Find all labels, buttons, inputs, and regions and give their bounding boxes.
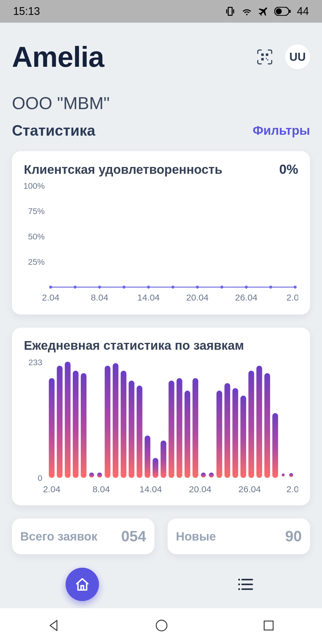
svg-point-19: [147, 286, 150, 289]
satisfaction-value: 0%: [279, 162, 298, 177]
summary-total-value: 054: [121, 528, 146, 545]
svg-rect-0: [228, 7, 232, 16]
sys-back-button[interactable]: [47, 618, 61, 634]
satisfaction-card[interactable]: Клиентская удовлетворенность 0% 25%50%75…: [12, 151, 310, 315]
svg-point-21: [196, 286, 199, 289]
satisfaction-chart: 25%50%75%100%2.048.0414.0420.0426.042.05: [24, 180, 298, 305]
daily-stats-card[interactable]: Ежедневная статистика по заявкам 23302.0…: [12, 328, 310, 505]
system-nav-bar: [0, 608, 322, 644]
summary-new-card[interactable]: Новые 90: [168, 518, 310, 554]
square-recent-icon: [262, 619, 275, 632]
svg-point-15: [49, 286, 52, 289]
svg-point-37: [209, 473, 214, 478]
summary-total-label: Всего заявок: [20, 529, 97, 544]
svg-rect-6: [261, 53, 264, 56]
satisfaction-title: Клиентская удовлетворенность: [24, 162, 222, 177]
svg-text:2.05: 2.05: [287, 484, 298, 494]
vibrate-icon: [224, 5, 236, 17]
daily-stats-title: Ежедневная статистика по заявкам: [24, 338, 244, 353]
airplane-icon: [258, 5, 270, 17]
svg-text:8.04: 8.04: [91, 292, 108, 302]
qr-scan-button[interactable]: [255, 47, 274, 66]
svg-text:2.04: 2.04: [42, 292, 59, 302]
daily-stats-chart: 23302.048.0414.0420.0426.042.05: [24, 356, 298, 496]
svg-text:100%: 100%: [24, 181, 45, 191]
svg-point-20: [171, 286, 174, 289]
header-actions: UU: [255, 44, 310, 69]
svg-point-24: [269, 286, 272, 289]
avatar[interactable]: UU: [285, 44, 310, 69]
summary-total-card[interactable]: Всего заявок 054: [12, 518, 154, 554]
svg-text:0: 0: [38, 473, 42, 483]
content: Amelia UU ООО "МВМ" Ста: [0, 23, 322, 614]
svg-point-35: [97, 473, 102, 478]
svg-text:26.04: 26.04: [239, 484, 261, 494]
triangle-back-icon: [47, 618, 61, 633]
svg-text:20.04: 20.04: [189, 484, 211, 494]
svg-rect-4: [289, 10, 291, 13]
svg-text:14.04: 14.04: [137, 292, 160, 302]
summary-row: Всего заявок 054 Новые 90: [12, 518, 310, 554]
header-row: Amelia UU: [12, 32, 310, 79]
svg-point-50: [238, 588, 240, 590]
avatar-initials: UU: [290, 51, 306, 64]
svg-text:75%: 75%: [28, 207, 45, 216]
app-title: Amelia: [12, 41, 104, 73]
status-time: 15:13: [13, 5, 40, 18]
home-button[interactable]: [66, 568, 99, 601]
svg-point-23: [245, 286, 248, 289]
svg-text:50%: 50%: [28, 232, 45, 241]
filters-link[interactable]: Фильтры: [253, 123, 310, 138]
sys-home-button[interactable]: [154, 618, 169, 634]
svg-rect-7: [266, 53, 268, 56]
svg-point-16: [74, 286, 77, 289]
svg-text:2.05: 2.05: [287, 292, 298, 302]
svg-point-17: [98, 286, 101, 289]
wifi-icon: [241, 5, 253, 17]
qr-scan-icon: [256, 49, 273, 65]
section-title: Статистика: [12, 122, 95, 139]
svg-text:233: 233: [28, 358, 42, 367]
sys-recent-button[interactable]: [262, 619, 275, 634]
svg-point-46: [238, 579, 240, 580]
circle-home-icon: [154, 618, 169, 633]
svg-point-39: [289, 473, 293, 477]
svg-text:20.04: 20.04: [186, 292, 208, 302]
svg-point-48: [238, 583, 240, 585]
org-name: ООО "МВМ": [12, 93, 310, 113]
battery-icon: [274, 7, 291, 16]
svg-text:26.04: 26.04: [235, 292, 257, 302]
summary-new-label: Новые: [176, 529, 216, 544]
svg-point-38: [282, 473, 285, 476]
list-button[interactable]: [235, 574, 256, 595]
home-icon: [75, 577, 90, 592]
section-row: Статистика Фильтры: [12, 122, 310, 139]
svg-rect-8: [261, 58, 264, 61]
status-right: 44: [224, 5, 309, 18]
svg-rect-9: [266, 58, 267, 59]
svg-point-52: [156, 620, 167, 631]
list-icon: [237, 577, 254, 592]
svg-point-36: [201, 473, 206, 478]
svg-text:25%: 25%: [28, 257, 45, 267]
svg-point-25: [294, 286, 297, 289]
svg-text:14.04: 14.04: [140, 484, 162, 494]
svg-point-18: [123, 286, 126, 289]
svg-point-22: [220, 286, 223, 289]
svg-rect-10: [267, 59, 268, 61]
status-bar: 15:13 44: [0, 0, 322, 23]
battery-percent: 44: [297, 5, 309, 18]
svg-rect-5: [276, 8, 282, 14]
svg-text:8.04: 8.04: [92, 484, 110, 494]
svg-text:2.04: 2.04: [43, 484, 60, 494]
summary-new-value: 90: [285, 528, 302, 545]
svg-point-34: [89, 473, 94, 478]
svg-rect-53: [264, 621, 273, 630]
